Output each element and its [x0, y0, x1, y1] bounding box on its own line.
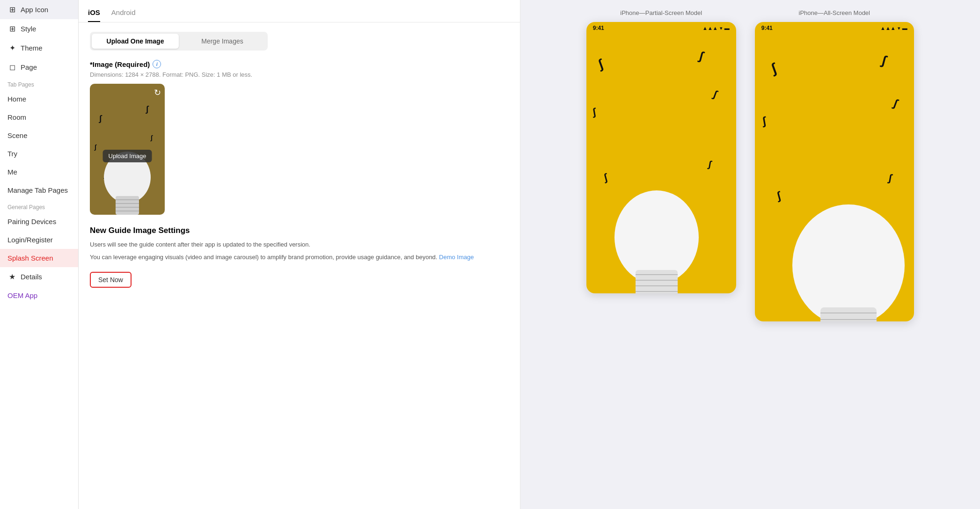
upload-image-label[interactable]: Upload Image — [103, 150, 152, 162]
full-status-time: 9:41 — [761, 25, 773, 31]
full-phone-frame: 9:41 ▲▲▲ ▾ ▬ ∫ ∫ ∫ ∫ ∫ ∫ ∫ ∫ — [755, 22, 914, 321]
signal-icon: ▲▲▲ — [702, 25, 718, 31]
battery-icon: ▬ — [724, 25, 730, 31]
partial-phone-frame: 9:41 ▲▲▲ ▾ ▬ ∫ ∫ ∫ ∫ ∫ ∫ ∫ ∫ — [586, 22, 736, 293]
page-icon: ◻ — [7, 63, 17, 72]
partial-status-bar: 9:41 ▲▲▲ ▾ ▬ — [586, 22, 736, 34]
guide-section-title: New Guide Image Settings — [90, 226, 509, 235]
full-status-bar: 9:41 ▲▲▲ ▾ ▬ — [755, 22, 914, 34]
sidebar-item-home[interactable]: Home — [0, 90, 78, 108]
tab-bar: iOS Android — [79, 0, 520, 22]
full-status-icons: ▲▲▲ ▾ ▬ — [880, 25, 907, 31]
svg-text:∫: ∫ — [150, 134, 153, 142]
partial-phone-screen: 9:41 ▲▲▲ ▾ ▬ ∫ ∫ ∫ ∫ ∫ ∫ ∫ ∫ — [586, 22, 736, 293]
guide-section: New Guide Image Settings Users will see … — [90, 226, 509, 288]
image-field-label: *Image (Required) i — [90, 60, 509, 68]
sidebar-item-style[interactable]: ⊞ Style — [0, 19, 78, 38]
partial-screen-label: iPhone—Partial-Screen Model — [620, 9, 702, 16]
preview-area: iPhone—Partial-Screen Model 9:41 ▲▲▲ ▾ ▬… — [520, 0, 980, 509]
sidebar-item-app-icon[interactable]: ⊞ App Icon — [0, 0, 78, 19]
partial-status-time: 9:41 — [593, 25, 604, 31]
sidebar: ⊞ App Icon ⊞ Style ✦ Theme ◻ Page Tab Pa… — [0, 0, 79, 509]
main-content: iOS Android Upload One Image Merge Image… — [79, 0, 520, 509]
tab-android[interactable]: Android — [111, 7, 136, 22]
svg-text:∫: ∫ — [775, 189, 783, 203]
theme-icon: ✦ — [7, 44, 17, 52]
svg-text:∫: ∫ — [99, 114, 102, 123]
sidebar-item-oem-app[interactable]: OEM App — [0, 286, 78, 305]
svg-text:∫: ∫ — [697, 48, 705, 63]
upload-toggle: Upload One Image Merge Images — [90, 32, 268, 51]
svg-text:∫: ∫ — [887, 172, 893, 184]
upload-one-image-button[interactable]: Upload One Image — [92, 34, 179, 49]
guide-desc-1: Users will see the guide content after t… — [90, 240, 509, 250]
content-area: Upload One Image Merge Images *Image (Re… — [79, 22, 520, 297]
image-field-hint: Dimensions: 1284 × 2788. Format: PNG. Si… — [90, 71, 509, 78]
sidebar-item-login-register[interactable]: Login/Register — [0, 231, 78, 249]
wifi-icon: ▾ — [720, 25, 723, 31]
tab-pages-section-label: Tab Pages — [0, 77, 78, 90]
general-pages-section-label: General Pages — [0, 199, 78, 212]
svg-rect-22 — [636, 270, 678, 293]
svg-text:∫: ∫ — [94, 143, 97, 151]
app-icon-icon: ⊞ — [7, 5, 17, 14]
full-battery-icon: ▬ — [902, 25, 907, 31]
sidebar-item-theme[interactable]: ✦ Theme — [0, 38, 78, 58]
sidebar-item-me[interactable]: Me — [0, 163, 78, 181]
svg-rect-8 — [116, 196, 139, 215]
info-icon[interactable]: i — [153, 60, 161, 68]
sidebar-item-splash-screen[interactable]: Splash Screen — [0, 249, 78, 267]
image-upload-box[interactable]: ↻ ∫ ∫ ∫ ∫ ∫ ∫ ∫ Upload Imag — [90, 84, 165, 215]
svg-text:∫: ∫ — [711, 88, 719, 101]
svg-text:∫: ∫ — [595, 56, 606, 72]
svg-text:∫: ∫ — [891, 96, 900, 110]
svg-text:∫: ∫ — [591, 106, 597, 118]
svg-point-35 — [792, 204, 905, 321]
partial-status-icons: ▲▲▲ ▾ ▬ — [702, 25, 730, 31]
demo-image-link[interactable]: Demo Image — [439, 254, 474, 261]
svg-text:∫: ∫ — [602, 171, 609, 184]
full-wifi-icon: ▾ — [898, 25, 900, 31]
full-signal-icon: ▲▲▲ — [880, 25, 896, 31]
partial-screen-preview: iPhone—Partial-Screen Model 9:41 ▲▲▲ ▾ ▬… — [586, 9, 736, 293]
sidebar-item-details[interactable]: ★ Details — [0, 267, 78, 286]
svg-text:∫: ∫ — [707, 159, 713, 170]
svg-text:∫: ∫ — [761, 114, 768, 128]
full-screen-preview: iPhone—All-Screen Model 9:41 ▲▲▲ ▾ ▬ ∫ ∫… — [755, 9, 914, 321]
sidebar-item-scene[interactable]: Scene — [0, 126, 78, 145]
details-icon: ★ — [7, 272, 17, 281]
svg-text:∫: ∫ — [146, 104, 149, 114]
style-icon: ⊞ — [7, 24, 17, 33]
guide-desc-2: You can leverage engaging visuals (video… — [90, 253, 509, 262]
tab-ios[interactable]: iOS — [88, 7, 100, 22]
sidebar-item-manage-tab-pages[interactable]: Manage Tab Pages — [0, 181, 78, 199]
set-now-button[interactable]: Set Now — [90, 272, 132, 288]
svg-text:∫: ∫ — [879, 52, 889, 68]
sidebar-item-page[interactable]: ◻ Page — [0, 58, 78, 77]
sidebar-item-room[interactable]: Room — [0, 108, 78, 126]
merge-images-button[interactable]: Merge Images — [179, 34, 266, 49]
full-phone-screen: 9:41 ▲▲▲ ▾ ▬ ∫ ∫ ∫ ∫ ∫ ∫ ∫ ∫ — [755, 22, 914, 321]
sidebar-item-pairing-devices[interactable]: Pairing Devices — [0, 212, 78, 231]
sidebar-item-try[interactable]: Try — [0, 145, 78, 163]
full-screen-label: iPhone—All-Screen Model — [799, 9, 870, 16]
svg-text:∫: ∫ — [768, 60, 780, 77]
